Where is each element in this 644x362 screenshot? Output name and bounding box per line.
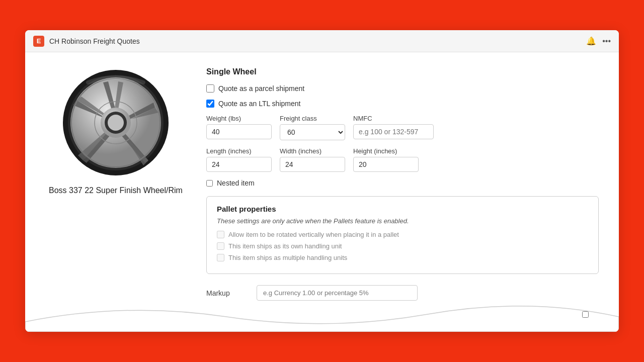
weight-input[interactable] [206,124,272,139]
pallet-option-2-label: This item ships as its own handling unit [228,242,342,250]
pallet-option-3-label: This item ships as multiple handling uni… [228,254,347,261]
width-label: Width (inches) [280,147,345,155]
app-window: E CH Robinson Freight Quotes 🔔 ••• [25,30,619,332]
pallet-multiple-units-checkbox [217,254,224,261]
svg-point-5 [108,115,124,131]
weight-field-group: Weight (lbs) [206,115,272,140]
length-label: Length (inches) [206,147,272,155]
pallet-title: Pallet properties [217,205,588,213]
pin-icon[interactable]: 🔔 [586,36,596,46]
width-field-group: Width (inches) [280,147,345,172]
pallet-option-3: This item ships as multiple handling uni… [217,254,588,261]
right-panel: Single Wheel Quote as a parcel shipment … [206,67,599,317]
titlebar: E CH Robinson Freight Quotes 🔔 ••• [25,30,619,52]
length-input[interactable] [206,157,272,172]
fields-row-2: Length (inches) Width (inches) Height (i… [206,147,599,172]
markup-row: Markup [206,285,599,301]
left-panel: Boss 337 22 Super Finish Wheel/Rim [45,67,186,317]
nested-item-checkbox[interactable] [206,180,213,187]
app-title: CH Robinson Freight Quotes [49,37,586,45]
pallet-option-1-label: Allow item to be rotated vertically when… [228,231,399,238]
height-label: Height (inches) [353,147,419,155]
parcel-checkbox[interactable] [206,84,214,93]
freight-class-field-group: Freight class 60 50 55 65 70 77.5 85 [280,115,345,140]
bottom-checkbox-area [582,311,589,320]
freight-class-label: Freight class [280,115,345,122]
height-input[interactable] [353,157,419,172]
parcel-checkbox-row: Quote as a parcel shipment [206,84,599,93]
titlebar-actions: 🔔 ••• [586,36,611,46]
wheel-svg [60,67,171,178]
app-logo: E [33,36,44,47]
ltl-label[interactable]: Quote as an LTL shipment [218,100,300,108]
nested-item-row: Nested item [206,179,599,187]
product-name: Boss 337 22 Super Finish Wheel/Rim [49,186,183,195]
ltl-checkbox[interactable] [206,100,214,108]
more-options-icon[interactable]: ••• [602,37,611,46]
height-field-group: Height (inches) [353,147,419,172]
pallet-properties-box: Pallet properties These settings are onl… [206,196,599,274]
weight-label: Weight (lbs) [206,115,272,122]
product-image [60,67,171,178]
nested-label[interactable]: Nested item [217,179,255,187]
pallet-own-unit-checkbox [217,242,224,250]
length-field-group: Length (inches) [206,147,272,172]
nmfc-input[interactable] [353,124,434,139]
pallet-option-2: This item ships as its own handling unit [217,242,588,250]
pallet-option-1: Allow item to be rotated vertically when… [217,231,588,238]
fields-row-1: Weight (lbs) Freight class 60 50 55 65 7… [206,115,599,140]
markup-label: Markup [206,289,247,297]
nmfc-field-group: NMFC [353,115,434,140]
section-title: Single Wheel [206,67,599,76]
markup-input[interactable] [257,285,418,301]
bottom-checkbox[interactable] [582,311,589,318]
pallet-subtitle: These settings are only active when the … [217,217,588,225]
ltl-checkbox-row: Quote as an LTL shipment [206,100,599,108]
width-input[interactable] [280,157,345,172]
pallet-rotate-checkbox [217,231,224,238]
nmfc-label: NMFC [353,115,434,122]
parcel-label[interactable]: Quote as a parcel shipment [218,84,304,93]
freight-class-select[interactable]: 60 50 55 65 70 77.5 85 [280,124,345,140]
main-content: Boss 337 22 Super Finish Wheel/Rim Singl… [25,52,619,332]
